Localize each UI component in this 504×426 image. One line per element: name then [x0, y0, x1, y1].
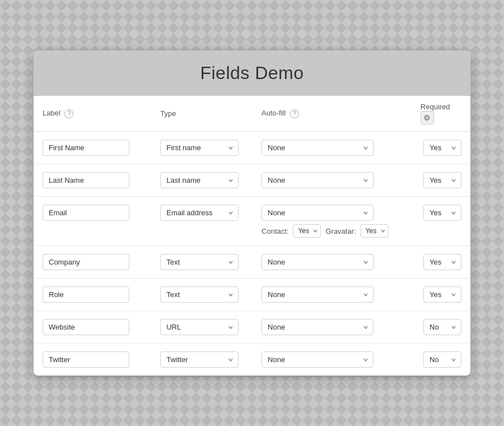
autofill-cell-website: None [253, 311, 412, 344]
contact-label: Contact: [262, 227, 288, 235]
label-input-role[interactable] [43, 286, 129, 303]
contact-select[interactable]: YesNo [293, 224, 321, 238]
gravatar-label: Gravatar: [325, 227, 356, 235]
label-input-first-name[interactable] [43, 140, 129, 156]
col-type: Type [151, 96, 253, 132]
type-select-first-name[interactable]: TextFirst nameLast nameEmail addressURLT… [160, 140, 239, 156]
label-cell-last-name [34, 164, 151, 197]
window-header: Fields Demo [34, 50, 470, 96]
type-select-role[interactable]: TextFirst nameLast nameEmail addressURLT… [160, 286, 239, 303]
type-cell-twitter: TextFirst nameLast nameEmail addressURLT… [151, 344, 253, 376]
settings-gear-icon[interactable]: ⚙ [421, 111, 434, 124]
type-cell-company: TextFirst nameLast nameEmail addressURLT… [151, 246, 253, 279]
autofill-select-first-name[interactable]: None [262, 140, 374, 156]
label-cell-company [34, 246, 151, 279]
required-select-company[interactable]: YesNo [423, 254, 461, 270]
required-cell-twitter: YesNo [412, 344, 470, 376]
table-container: Label ? Type Auto-fill ? Required ⚙ [34, 96, 470, 376]
autofill-select-website[interactable]: None [262, 319, 374, 335]
type-cell-first-name: TextFirst nameLast nameEmail addressURLT… [151, 132, 253, 164]
required-select-last-name[interactable]: YesNo [423, 172, 461, 188]
required-select-website[interactable]: YesNo [423, 319, 461, 335]
window-title: Fields Demo [45, 63, 459, 84]
required-cell-role: YesNo [412, 279, 470, 311]
autofill-cell-last-name: None [253, 164, 412, 197]
label-input-website[interactable] [43, 319, 129, 335]
label-cell-first-name [34, 132, 151, 164]
table-row: TextFirst nameLast nameEmail addressURLT… [34, 132, 470, 164]
autofill-cell-company: None [253, 246, 412, 279]
type-select-last-name[interactable]: TextFirst nameLast nameEmail addressURLT… [160, 172, 239, 188]
type-select-website[interactable]: TextFirst nameLast nameEmail addressURLT… [160, 319, 239, 335]
required-cell-company: YesNo [412, 246, 470, 279]
autofill-cell-first-name: None [253, 132, 412, 164]
autofill-select-company[interactable]: None [262, 254, 374, 270]
table-row: TextFirst nameLast nameEmail addressURLT… [34, 164, 470, 197]
type-cell-role: TextFirst nameLast nameEmail addressURLT… [151, 279, 253, 311]
table-row: TextFirst nameLast nameEmail addressURLT… [34, 311, 470, 344]
type-select-twitter[interactable]: TextFirst nameLast nameEmail addressURLT… [160, 351, 239, 368]
table-row: TextFirst nameLast nameEmail addressURLT… [34, 344, 470, 376]
label-cell-website [34, 311, 151, 344]
label-cell-role [34, 279, 151, 311]
required-select-twitter[interactable]: YesNo [423, 351, 461, 368]
autofill-select-last-name[interactable]: None [262, 172, 374, 188]
label-input-twitter[interactable] [43, 351, 129, 368]
type-cell-website: TextFirst nameLast nameEmail addressURLT… [151, 311, 253, 344]
col-required: Required ⚙ [412, 96, 470, 132]
label-cell-email [34, 197, 151, 246]
autofill-help-icon[interactable]: ? [290, 109, 299, 118]
required-cell-email: YesNo [412, 197, 470, 246]
required-cell-first-name: YesNo [412, 132, 470, 164]
label-input-last-name[interactable] [43, 172, 129, 188]
autofill-cell-twitter: None [253, 344, 412, 376]
required-cell-website: YesNo [412, 311, 470, 344]
required-cell-last-name: YesNo [412, 164, 470, 197]
label-cell-twitter [34, 344, 151, 376]
table-row: TextFirst nameLast nameEmail addressURLT… [34, 197, 470, 246]
autofill-select-email[interactable]: None [262, 205, 374, 221]
table-row: TextFirst nameLast nameEmail addressURLT… [34, 279, 470, 311]
required-select-first-name[interactable]: YesNo [423, 140, 461, 156]
col-autofill: Auto-fill ? [253, 96, 412, 132]
label-input-company[interactable] [43, 254, 129, 270]
email-extras-email: Contact:YesNoGravatar:YesNo [262, 224, 403, 238]
fields-table: Label ? Type Auto-fill ? Required ⚙ [34, 96, 470, 376]
type-select-email[interactable]: TextFirst nameLast nameEmail addressURLT… [160, 205, 239, 221]
label-input-email[interactable] [43, 205, 129, 221]
autofill-cell-role: None [253, 279, 412, 311]
autofill-cell-email: NoneContact:YesNoGravatar:YesNo [253, 197, 412, 246]
gravatar-select[interactable]: YesNo [361, 224, 389, 238]
required-select-role[interactable]: YesNo [423, 286, 461, 303]
table-row: TextFirst nameLast nameEmail addressURLT… [34, 246, 470, 279]
table-header: Label ? Type Auto-fill ? Required ⚙ [34, 96, 470, 132]
main-window: Fields Demo Label ? Type Auto-fill ? [34, 50, 470, 376]
type-select-company[interactable]: TextFirst nameLast nameEmail addressURLT… [160, 254, 239, 270]
table-body: TextFirst nameLast nameEmail addressURLT… [34, 132, 470, 376]
type-cell-last-name: TextFirst nameLast nameEmail addressURLT… [151, 164, 253, 197]
label-help-icon[interactable]: ? [64, 109, 73, 118]
autofill-select-role[interactable]: None [262, 286, 374, 303]
type-cell-email: TextFirst nameLast nameEmail addressURLT… [151, 197, 253, 246]
required-select-email[interactable]: YesNo [423, 205, 461, 221]
autofill-select-twitter[interactable]: None [262, 351, 374, 368]
col-label: Label ? [34, 96, 151, 132]
